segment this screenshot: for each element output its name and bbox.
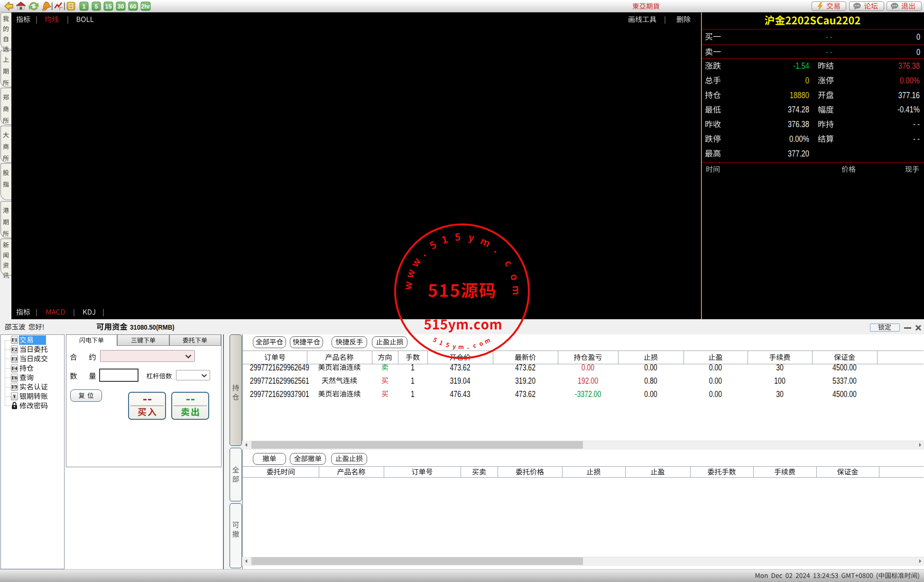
svg-text:5: 5 [95,3,98,10]
svg-text:60: 60 [130,3,137,10]
svg-text:1: 1 [83,3,86,10]
svg-text:30: 30 [118,3,124,10]
svg-text:15: 15 [105,3,112,10]
svg-text:2hr: 2hr [141,3,150,10]
